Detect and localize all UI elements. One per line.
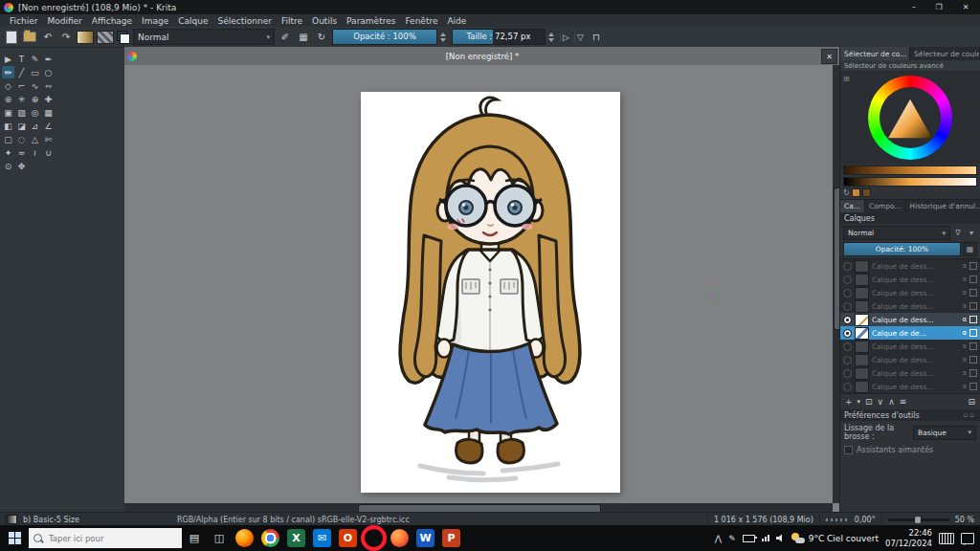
size-slider[interactable]: Taille : 72,57 px (452, 29, 546, 45)
toolbox-tool[interactable]: ◇ (2, 79, 14, 92)
layer-alpha-icon[interactable]: α (962, 342, 967, 350)
tab-color-selector[interactable]: Sélecteur de co... (840, 47, 910, 60)
zoom-slider-thumb[interactable] (915, 517, 921, 523)
layer-alpha-icon[interactable]: α (962, 316, 967, 323)
canvas-viewport[interactable] (124, 65, 833, 503)
add-layer-button[interactable]: + (845, 397, 853, 407)
menu-item[interactable]: Image (137, 16, 173, 26)
layer-row[interactable]: Calque de dess... α (840, 299, 980, 313)
shade-selector-strip-1[interactable] (843, 165, 977, 175)
layer-visibility-icon[interactable] (843, 289, 852, 298)
toolbox-tool[interactable]: ▶ (2, 53, 14, 65)
refresh-icon[interactable]: ↻ (843, 188, 850, 197)
undo-icon[interactable]: ↶ (40, 30, 56, 45)
layer-row[interactable]: Calque de de... α (840, 326, 980, 340)
layer-row[interactable]: Calque de dess... α (840, 340, 980, 353)
mirror-horizontal-button[interactable]: ▷ (560, 33, 571, 42)
menu-item[interactable]: Outils (307, 16, 342, 26)
layer-alpha-icon[interactable]: α (962, 369, 967, 377)
layer-alpha-icon[interactable]: α (962, 302, 967, 310)
layer-alpha-icon[interactable]: α (962, 356, 967, 364)
move-layer-up-button[interactable]: ∧ (888, 397, 895, 407)
maximize-button[interactable]: ❐ (926, 0, 951, 14)
volume-icon[interactable] (776, 534, 785, 542)
toolbox-tool[interactable]: ◧ (2, 120, 14, 132)
layer-alpha-icon[interactable]: α (962, 289, 967, 297)
advanced-color-selector[interactable]: ⊞ (840, 72, 980, 164)
taskbar-clock[interactable]: 22:46 07/12/2024 (885, 528, 932, 548)
toolbox-tool[interactable]: ✦ (2, 146, 14, 159)
layer-lock-icon[interactable] (969, 383, 977, 390)
layer-lock-icon[interactable] (969, 369, 977, 377)
menu-item[interactable]: Paramètres (342, 16, 400, 26)
size-spinner[interactable] (548, 33, 557, 42)
canvas-page[interactable] (361, 92, 620, 493)
toolbox-tool[interactable]: ✳ (15, 93, 28, 105)
layer-lock-icon[interactable] (969, 302, 977, 310)
toolbox-tool[interactable]: ╱ (15, 66, 28, 78)
toolbox-tool[interactable]: ◎ (29, 106, 41, 119)
docker-tab[interactable]: Compo... (865, 200, 906, 212)
move-layer-down-button[interactable]: ∨ (878, 397, 884, 407)
battery-icon[interactable] (743, 535, 755, 542)
layer-visibility-icon[interactable] (843, 356, 852, 364)
layer-row[interactable]: Calque de dess... α (840, 366, 980, 380)
toolbox-tool[interactable]: ⊛ (2, 93, 14, 105)
layer-visibility-icon[interactable] (843, 369, 852, 378)
tab-color-selector-2[interactable]: Sélecteur de coule... (910, 47, 980, 60)
layer-visibility-icon[interactable] (843, 342, 852, 351)
docker-tab[interactable]: Historique d'annul... (906, 200, 980, 212)
add-layer-caret-icon[interactable]: ▾ (858, 398, 861, 406)
layer-lock-icon[interactable] (969, 289, 977, 297)
layer-lock-icon[interactable] (969, 262, 977, 270)
layer-row[interactable]: Calque de dess... α (840, 353, 980, 366)
open-folder-icon[interactable] (22, 30, 37, 45)
layer-lock-icon[interactable] (969, 329, 977, 337)
foreground-background-colors[interactable] (117, 31, 130, 44)
gradient-swatch[interactable] (77, 31, 94, 44)
menu-item[interactable]: Fichier (5, 16, 42, 26)
history-swatch-brown[interactable] (862, 188, 871, 197)
notification-icon[interactable] (961, 533, 974, 544)
zoom-level[interactable]: 50 % (955, 516, 974, 524)
toolbox-tool[interactable]: ⊿ (29, 120, 41, 132)
layer-row[interactable]: Calque de dess... α (840, 273, 980, 286)
menu-item[interactable]: Modifier (42, 16, 86, 26)
history-swatch-orange[interactable] (852, 188, 860, 197)
layer-lock-icon[interactable] (969, 316, 977, 323)
hidden-icons-chevron[interactable]: ⋀ (715, 534, 722, 543)
layer-alpha-icon[interactable]: α (962, 262, 967, 270)
toolbox-tool[interactable]: ≈ (15, 146, 28, 159)
toolbox-tool[interactable]: ∾ (42, 79, 55, 92)
desktops-icon[interactable]: ▤ (182, 525, 207, 551)
layer-filter-icon[interactable]: ∇ (952, 229, 964, 237)
toolbox-tool[interactable]: ✒ (42, 53, 55, 65)
firefox-nightly-icon[interactable] (387, 525, 412, 551)
canvas-rotation[interactable]: 0,00° (855, 516, 876, 524)
close-button[interactable]: ✕ (951, 0, 980, 14)
layer-list-options-icon[interactable]: ▾ (966, 229, 977, 237)
document-close-button[interactable]: ✕ (821, 49, 837, 64)
opacity-slider[interactable]: Opacité : 100% (332, 29, 437, 45)
excel-icon[interactable]: X (283, 525, 309, 551)
brush-presets-icon[interactable]: ▦ (296, 30, 311, 45)
firefox-icon[interactable] (232, 525, 257, 551)
pattern-swatch[interactable] (97, 31, 114, 44)
pen-icon[interactable]: ✎ (728, 534, 736, 543)
layer-visibility-icon[interactable] (843, 302, 852, 311)
weather-widget[interactable]: 9°C Ciel couvert (791, 533, 879, 543)
start-button[interactable] (0, 525, 29, 551)
layer-lock-icon[interactable] (969, 356, 977, 364)
menu-item[interactable]: Aide (442, 16, 471, 26)
menu-item[interactable]: Affichage (87, 16, 137, 26)
horizontal-scrollbar[interactable] (124, 503, 833, 512)
layer-alpha-icon[interactable]: α (962, 276, 967, 283)
delete-layer-button[interactable]: ⊟ (968, 397, 975, 407)
toolbox-tool[interactable]: ✥ (15, 160, 28, 172)
layer-alpha-icon[interactable]: α (962, 383, 967, 390)
layer-row[interactable]: Calque de dess... α (840, 313, 980, 326)
snap-assistants-checkbox[interactable] (844, 446, 853, 454)
toolbox-tool[interactable]: △ (29, 133, 41, 145)
layer-properties-button[interactable]: ≡ (900, 397, 907, 407)
menu-item[interactable]: Filtre (277, 16, 307, 26)
